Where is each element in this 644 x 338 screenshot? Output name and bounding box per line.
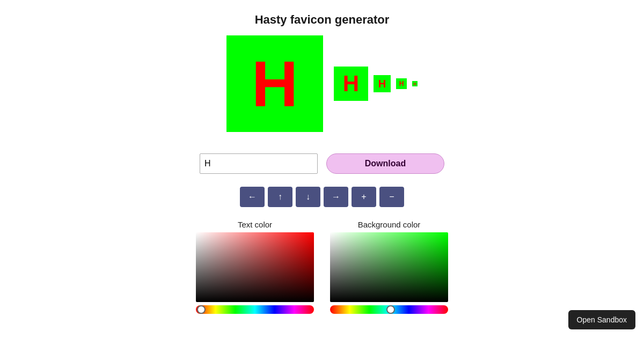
text-color-hue-thumb[interactable] [197,305,206,314]
arrow-controls: ← ↑ ↓ → + − [240,187,404,207]
text-color-canvas[interactable] [196,232,314,302]
text-color-label: Text color [238,220,272,229]
preview-16-letter: H [399,80,404,87]
main-preview-letter: H [252,52,298,116]
text-color-picker-group: Text color [196,220,314,314]
move-right-button[interactable]: → [324,187,348,207]
color-section: Text color Background color [196,220,448,314]
preview-8: H [412,81,418,86]
controls-row: Download [200,153,444,174]
preview-64: H [334,67,368,101]
move-down-button[interactable]: ↓ [296,187,320,207]
move-up-button[interactable]: ↑ [268,187,292,207]
open-sandbox-button[interactable]: Open Sandbox [568,310,635,329]
size-increase-button[interactable]: + [352,187,376,207]
preview-32-letter: H [378,78,386,89]
background-color-hue-thumb[interactable] [386,305,395,314]
preview-8-letter: H [413,82,416,86]
main-preview: H [226,35,323,132]
download-button[interactable]: Download [326,153,444,174]
background-color-hue-slider[interactable] [330,305,448,314]
size-decrease-button[interactable]: − [379,187,404,207]
move-left-button[interactable]: ← [240,187,265,207]
background-color-picker-group: Background color [330,220,448,314]
page-title: Hasty favicon generator [255,13,390,27]
preview-section: H H H H H [226,35,418,132]
background-color-canvas[interactable] [330,232,448,302]
preview-16: H [396,78,407,89]
size-previews: H H H H [334,67,418,101]
preview-64-letter: H [343,72,359,95]
preview-32: H [374,75,391,92]
background-color-label: Background color [358,220,421,229]
text-color-hue-slider[interactable] [196,305,314,314]
text-input[interactable] [200,153,318,174]
